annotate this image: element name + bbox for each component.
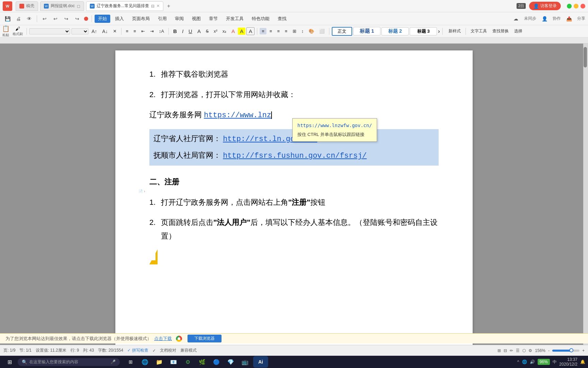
- share-icon[interactable]: 📤: [564, 14, 574, 24]
- taskbar-green-btn[interactable]: ⚙: [181, 355, 195, 368]
- style-normal[interactable]: 正文: [332, 27, 352, 36]
- tray-network[interactable]: 🌐: [522, 359, 527, 364]
- menu-insert[interactable]: 插入: [112, 15, 127, 23]
- scrollbar[interactable]: [583, 44, 588, 345]
- tab-doc[interactable]: W 网报提纲.doc ◻: [40, 1, 84, 11]
- save-icon-btn[interactable]: 💾: [3, 14, 12, 24]
- view-icon6[interactable]: ⚙: [528, 348, 532, 353]
- taskbar-mail-btn[interactable]: 📧: [167, 355, 180, 368]
- preview-icon-btn[interactable]: 👁: [24, 14, 34, 24]
- italic-btn[interactable]: I: [180, 28, 185, 35]
- style-h2[interactable]: 标题 2: [381, 27, 409, 35]
- taskbar-app7-btn[interactable]: 💎: [224, 355, 238, 368]
- tray-sound[interactable]: 🔊: [530, 359, 535, 364]
- font-color2-btn[interactable]: A: [229, 28, 237, 35]
- align-right-btn[interactable]: ≡: [283, 28, 290, 34]
- download-browser-btn[interactable]: 下载浏览器: [187, 335, 222, 342]
- style-h3[interactable]: 标题 3: [410, 27, 437, 35]
- new-tab-btn[interactable]: +: [165, 2, 173, 10]
- align-justify-btn[interactable]: ≡: [260, 28, 266, 34]
- menu-layout[interactable]: 页面布局: [129, 15, 153, 23]
- taskbar-browser-btn[interactable]: 🌐: [138, 355, 152, 368]
- strikethrough-btn[interactable]: S̶: [204, 28, 211, 34]
- bullet-list-btn[interactable]: ≡: [124, 28, 131, 34]
- increase-font-btn[interactable]: A↑: [89, 28, 99, 35]
- taskbar-search[interactable]: 🔍 在这里输入您要搜索的内容 🎤: [18, 358, 120, 366]
- sort-btn[interactable]: ↕A: [157, 28, 166, 34]
- zoom-minus[interactable]: -: [548, 348, 550, 353]
- mic-icon[interactable]: 🎤: [111, 359, 116, 364]
- paste-btn[interactable]: 📋: [2, 25, 10, 32]
- maximize-btn[interactable]: [567, 4, 572, 9]
- clear-format-btn[interactable]: ✕: [111, 28, 119, 34]
- undo2-btn[interactable]: ↩: [51, 14, 60, 24]
- new-style-btn[interactable]: 新样式: [446, 28, 463, 35]
- zoom-slider[interactable]: [552, 350, 579, 352]
- view-icon4[interactable]: ☰: [516, 348, 520, 353]
- style-expand-btn[interactable]: ›: [438, 28, 440, 34]
- menu-ref[interactable]: 引用: [154, 15, 170, 23]
- url-link[interactable]: https://www.lnz: [204, 111, 271, 120]
- visit-login-btn[interactable]: 👤 访客登录: [529, 2, 561, 10]
- menu-search[interactable]: 查找: [274, 15, 290, 23]
- redo2-btn[interactable]: ↪: [72, 14, 82, 24]
- highlight-btn[interactable]: A: [238, 28, 245, 35]
- ai-btn[interactable]: Ai: [253, 356, 268, 368]
- minimize-btn[interactable]: [574, 4, 578, 9]
- numbered-list-btn[interactable]: ≡: [131, 28, 138, 34]
- font-size-select[interactable]: [71, 28, 88, 34]
- find-replace-btn[interactable]: 查找替换: [490, 28, 511, 35]
- view-icon3[interactable]: ✏: [510, 348, 513, 353]
- indent-btn[interactable]: ⇥: [148, 28, 156, 34]
- tab3-close[interactable]: ✕: [157, 4, 160, 8]
- font-family-select[interactable]: [29, 28, 70, 34]
- taskbar-app5-btn[interactable]: 🌿: [195, 355, 209, 368]
- tray-notification[interactable]: 🔔: [580, 359, 585, 364]
- start-btn[interactable]: ⊞: [3, 355, 16, 368]
- shading-btn[interactable]: 🎨: [307, 28, 316, 34]
- tray-expand[interactable]: ^: [517, 359, 519, 364]
- menu-dev[interactable]: 开发工具: [223, 15, 247, 23]
- notif-download-link[interactable]: 点击下载: [154, 336, 172, 342]
- border-btn[interactable]: ⬜: [317, 28, 327, 34]
- decrease-font-btn[interactable]: A↓: [100, 28, 110, 35]
- char-border-btn[interactable]: A: [246, 27, 255, 35]
- taskbar-app8-btn[interactable]: 📺: [238, 355, 252, 368]
- align-center-btn[interactable]: ≡: [275, 28, 282, 34]
- view-icon2[interactable]: ⊟: [504, 348, 507, 353]
- select-btn[interactable]: 选择: [512, 28, 524, 35]
- style-h1[interactable]: 标题 1: [353, 27, 380, 35]
- copy-format-btn[interactable]: 🖌: [15, 26, 20, 31]
- line-space-btn[interactable]: ↕: [299, 28, 306, 34]
- tab-liaoning[interactable]: W 辽宁政务服务...常见问题排查 ⊟ ✕: [86, 1, 163, 11]
- taskbar-files-btn[interactable]: 📁: [152, 355, 166, 368]
- close-btn[interactable]: [581, 4, 585, 9]
- font-color-btn[interactable]: A: [195, 28, 203, 35]
- undo-btn[interactable]: ↩: [40, 14, 49, 24]
- redo-btn[interactable]: ↪: [62, 14, 71, 24]
- taskbar-multiview-btn[interactable]: ⊞: [124, 355, 137, 368]
- sync-icon[interactable]: ☁: [511, 14, 521, 24]
- underline-btn[interactable]: U: [186, 28, 194, 35]
- menu-review[interactable]: 审阅: [172, 15, 187, 23]
- align-left-btn[interactable]: ≡: [267, 28, 274, 34]
- outdent-btn[interactable]: ⇤: [139, 28, 147, 34]
- menu-start[interactable]: 开始: [95, 15, 110, 23]
- view-icon1[interactable]: ⊞: [497, 348, 501, 353]
- hl-url-2[interactable]: http://fsrs.fushun.gov.cn/fsrsj/: [223, 152, 366, 160]
- tray-lang[interactable]: 中: [553, 359, 557, 365]
- tab-gaoke[interactable]: 稿壳: [16, 1, 38, 11]
- person-icon[interactable]: 👤: [540, 14, 549, 24]
- taskbar-app6-btn[interactable]: 🔵: [210, 355, 223, 368]
- align-dist-btn[interactable]: ⊞: [291, 28, 298, 34]
- menu-view[interactable]: 视图: [189, 15, 204, 23]
- view-icon5[interactable]: ⬡: [522, 348, 526, 353]
- zoom-handle[interactable]: [569, 348, 573, 352]
- zoom-plus[interactable]: +: [582, 348, 585, 353]
- text-tool-btn[interactable]: 文字工具: [469, 28, 489, 35]
- scrollbar-thumb[interactable]: [584, 47, 587, 67]
- menu-chapter[interactable]: 章节: [206, 15, 221, 23]
- subscript-btn[interactable]: x₂: [220, 28, 229, 34]
- menu-feature[interactable]: 特色功能: [248, 15, 273, 23]
- bold-btn[interactable]: B: [171, 28, 179, 35]
